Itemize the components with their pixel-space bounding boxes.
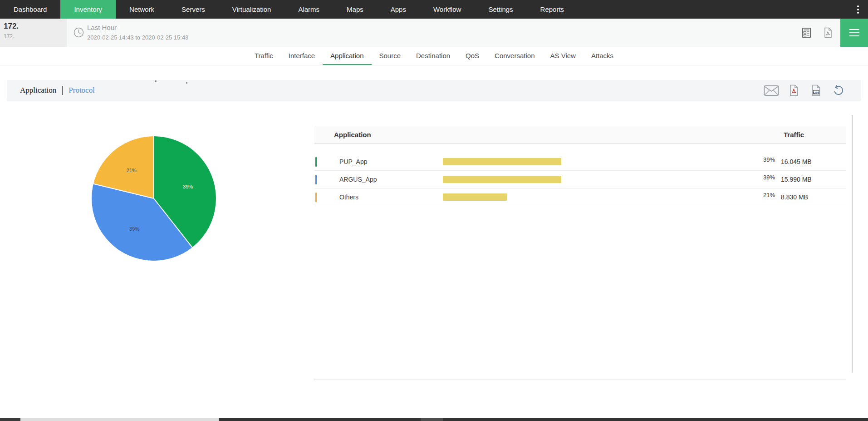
pie-slice-label: 39% (183, 184, 193, 189)
nav-item-apps[interactable]: Apps (377, 0, 420, 19)
tab-destination[interactable]: Destination (408, 47, 458, 65)
subtab-group: ApplicationProtocol (7, 86, 95, 95)
nav-item-maps[interactable]: Maps (333, 0, 377, 19)
tab-as-view[interactable]: AS View (542, 47, 583, 65)
traffic-value: 15.990 MB (781, 176, 812, 183)
traffic-bar (443, 158, 561, 165)
application-traffic-pie-chart: 39%39%21% (92, 136, 216, 261)
svg-text:CSV: CSV (813, 91, 819, 94)
export-actions: CSV (764, 84, 846, 96)
traffic-percent: 39% (721, 174, 775, 181)
tab-source[interactable]: Source (372, 47, 409, 65)
netflow-application-report-page: DashboardInventoryNetworkServersVirtuali… (0, 0, 868, 421)
column-header-application[interactable]: Application (334, 126, 371, 144)
application-traffic-table: Application Traffic PUP_App39%16.045 MBA… (314, 126, 846, 380)
traffic-value: 16.045 MB (781, 158, 812, 165)
nav-item-reports[interactable]: Reports (527, 0, 578, 19)
nav-item-virtualization[interactable]: Virtualization (219, 0, 285, 19)
stray-speck (186, 82, 187, 84)
sub-toolbar: ApplicationProtocol (7, 80, 861, 101)
application-name[interactable]: PUP_App (339, 158, 367, 165)
traffic-percent: 21% (721, 192, 775, 198)
subtab-application[interactable]: Application (20, 86, 56, 95)
nav-item-workflow[interactable]: Workflow (420, 0, 475, 19)
nav-item-settings[interactable]: Settings (475, 0, 526, 19)
traffic-bar (443, 193, 507, 201)
period-range: 2020-02-25 14:43 to 2020-02-25 15:43 (87, 34, 188, 41)
clock-icon (74, 27, 84, 38)
nav-item-inventory[interactable]: Inventory (60, 0, 116, 19)
tab-attacks[interactable]: Attacks (584, 47, 621, 65)
horizontal-scrollbar[interactable] (0, 418, 868, 421)
report-icon[interactable] (802, 27, 812, 38)
vertical-scrollbar[interactable] (852, 115, 853, 373)
nav-item-network[interactable]: Network (116, 0, 168, 19)
hamburger-menu-button[interactable] (840, 19, 868, 47)
tab-qos[interactable]: QoS (458, 47, 487, 65)
subtab-protocol[interactable]: Protocol (69, 86, 95, 95)
email-icon[interactable] (764, 84, 779, 96)
table-header: Application Traffic (314, 126, 846, 144)
column-header-traffic[interactable]: Traffic (784, 126, 804, 144)
kebab-menu-icon[interactable] (848, 0, 868, 19)
table-body: PUP_App39%16.045 MBARGUS_App39%15.990 MB… (314, 153, 846, 206)
pdf-download-icon[interactable] (786, 84, 801, 96)
table-row-pup_app[interactable]: PUP_App39%16.045 MB (314, 153, 846, 171)
nav-item-dashboard[interactable]: Dashboard (0, 0, 60, 19)
subtab-divider (62, 86, 63, 95)
period-label[interactable]: Last Hour (87, 24, 117, 31)
row-color-tick (315, 157, 317, 167)
device-block: 172. 172. (0, 19, 67, 47)
pie-slice-separator (153, 136, 154, 198)
reset-icon[interactable] (830, 84, 846, 96)
report-tabs: TrafficInterfaceApplicationSourceDestina… (0, 47, 868, 65)
nav-item-servers[interactable]: Servers (168, 0, 219, 19)
traffic-value: 8.830 MB (781, 193, 808, 201)
row-color-tick (315, 193, 317, 202)
tab-traffic[interactable]: Traffic (247, 47, 281, 65)
pie-slice-label: 39% (129, 226, 139, 232)
traffic-percent: 39% (721, 156, 775, 163)
application-name[interactable]: ARGUS_App (339, 176, 377, 183)
device-header-bar: 172. 172. Last Hour 2020-02-25 14:43 to … (0, 19, 868, 47)
nav-items: DashboardInventoryNetworkServersVirtuali… (0, 0, 578, 19)
pie-slice-label: 21% (127, 168, 137, 173)
tab-application[interactable]: Application (323, 47, 371, 65)
tab-interface[interactable]: Interface (281, 47, 323, 65)
device-name: 172. (4, 22, 19, 31)
table-row-argus_app[interactable]: ARGUS_App39%15.990 MB (314, 171, 846, 188)
traffic-bar (443, 176, 561, 183)
csv-download-icon[interactable]: CSV (808, 84, 824, 96)
device-subtitle: 172. (4, 33, 14, 40)
application-name[interactable]: Others (339, 193, 358, 201)
tab-conversation[interactable]: Conversation (487, 47, 542, 65)
table-row-others[interactable]: Others21%8.830 MB (314, 188, 846, 206)
nav-item-alarms[interactable]: Alarms (284, 0, 333, 19)
top-navigation: DashboardInventoryNetworkServersVirtuali… (0, 0, 868, 19)
row-color-tick (315, 175, 317, 184)
pdf-export-icon[interactable] (824, 27, 834, 38)
stray-speck (155, 80, 157, 82)
